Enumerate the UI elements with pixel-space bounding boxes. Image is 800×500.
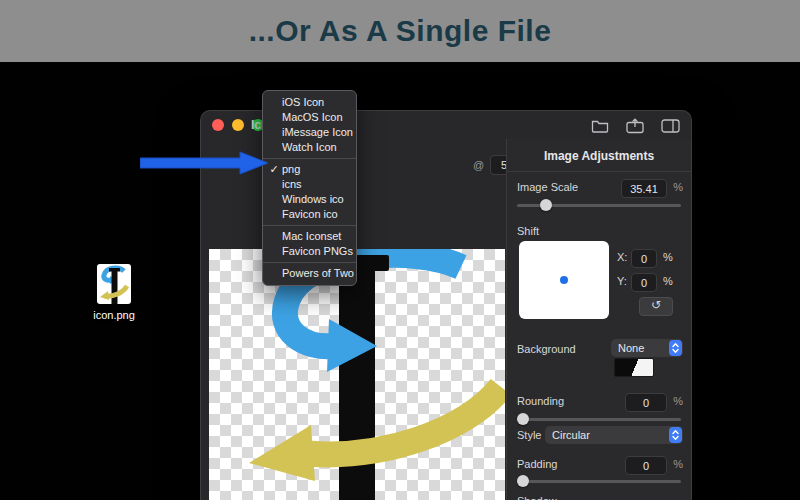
shift-x-value[interactable]: 0 [631, 249, 657, 268]
export-format-menu: iOS Icon MacOS Icon iMessage Icon Watch … [262, 90, 357, 286]
background-swatch[interactable] [614, 358, 654, 377]
panel-title: Image Adjustments [507, 149, 691, 163]
slider-track [517, 480, 681, 483]
menu-item-label: Windows ico [282, 193, 344, 205]
menu-item-label: MacOS Icon [282, 111, 343, 123]
slider-thumb[interactable] [517, 413, 529, 425]
shift-reset-button[interactable]: ↺ [639, 297, 673, 316]
menu-item-icns[interactable]: icns [263, 177, 356, 192]
shift-dot[interactable] [560, 276, 568, 284]
menu-item-label: iOS Icon [282, 96, 324, 108]
menu-item-watch-icon[interactable]: Watch Icon [263, 140, 356, 155]
slider-thumb[interactable] [540, 199, 552, 211]
minimize-button[interactable] [232, 119, 244, 131]
shift-pad[interactable] [519, 241, 609, 319]
padding-label: Padding [517, 458, 557, 470]
shift-x-unit: % [663, 251, 673, 263]
shift-y-unit: % [663, 275, 673, 287]
export-icon[interactable] [624, 117, 646, 134]
file-thumbnail [97, 264, 131, 304]
rounding-label: Rounding [517, 395, 564, 407]
background-label: Background [517, 343, 576, 355]
window-title: Ic [251, 118, 261, 132]
padding-value[interactable]: 0 [625, 456, 667, 475]
window-toolbar [589, 117, 681, 134]
close-button[interactable] [212, 119, 224, 131]
menu-item-label: iMessage Icon [282, 126, 353, 138]
preview-canvas[interactable] [209, 249, 505, 500]
image-adjustments-panel: Image Adjustments Image Scale 35.41 % Sh… [506, 139, 691, 500]
sidebar-toggle-icon[interactable] [659, 117, 681, 134]
style-value: Circular [552, 429, 590, 441]
shift-y-label: Y: [617, 275, 627, 287]
padding-slider[interactable] [517, 475, 681, 487]
shadow-label: Shadow [517, 495, 557, 500]
menu-item-ios-icon[interactable]: iOS Icon [263, 95, 356, 110]
image-scale-label: Image Scale [517, 181, 578, 193]
icon-preview-graphic [209, 249, 505, 500]
shift-label: Shift [517, 225, 539, 237]
annotation-arrow-icon [140, 150, 272, 176]
chevron-up-down-icon [669, 427, 682, 443]
at-symbol: @ [473, 159, 484, 171]
background-dropdown[interactable]: None [611, 339, 683, 357]
menu-item-windows-ico[interactable]: Windows ico [263, 192, 356, 207]
image-scale-value[interactable]: 35.41 [621, 179, 667, 198]
menu-item-label: Watch Icon [282, 141, 337, 153]
menu-separator [263, 158, 356, 159]
padding-unit: % [673, 458, 683, 470]
banner: ...Or As A Single File [0, 0, 800, 62]
menu-item-label: icns [282, 178, 302, 190]
file-label: icon.png [78, 309, 150, 321]
slider-track [517, 418, 681, 421]
menu-item-favicon-ico[interactable]: Favicon ico [263, 207, 356, 222]
menu-item-label: Favicon PNGs [282, 245, 353, 257]
shift-x-label: X: [617, 251, 627, 263]
shift-y-value[interactable]: 0 [631, 273, 657, 292]
image-scale-slider[interactable] [517, 199, 681, 211]
rounding-slider[interactable] [517, 413, 681, 425]
menu-item-imessage-icon[interactable]: iMessage Icon [263, 125, 356, 140]
menu-item-macos-icon[interactable]: MacOS Icon [263, 110, 356, 125]
menu-item-favicon-pngs[interactable]: Favicon PNGs [263, 244, 356, 259]
background-value: None [618, 342, 644, 354]
menu-separator [263, 225, 356, 226]
slider-thumb[interactable] [517, 475, 529, 487]
menu-item-label: Powers of Two [282, 267, 354, 279]
style-label: Style [517, 429, 541, 441]
menu-item-label: Favicon ico [282, 208, 338, 220]
style-dropdown[interactable]: Circular [545, 426, 683, 444]
rounding-unit: % [673, 395, 683, 407]
image-scale-unit: % [673, 181, 683, 193]
menu-item-label: png [282, 163, 300, 175]
menu-item-png[interactable]: ✓png [263, 162, 356, 177]
divider [507, 171, 691, 172]
menu-item-mac-iconset[interactable]: Mac Iconset [263, 229, 356, 244]
screen: ...Or As A Single File icon.png Ic [0, 0, 800, 500]
menu-item-label: Mac Iconset [282, 230, 341, 242]
menu-item-powers-of-two[interactable]: Powers of Two [263, 266, 356, 281]
banner-title: ...Or As A Single File [249, 14, 552, 48]
chevron-up-down-icon [669, 340, 682, 356]
menu-separator [263, 262, 356, 263]
folder-icon[interactable] [589, 117, 611, 134]
desktop-file-icon[interactable]: icon.png [78, 264, 150, 321]
rounding-value[interactable]: 0 [625, 393, 667, 412]
